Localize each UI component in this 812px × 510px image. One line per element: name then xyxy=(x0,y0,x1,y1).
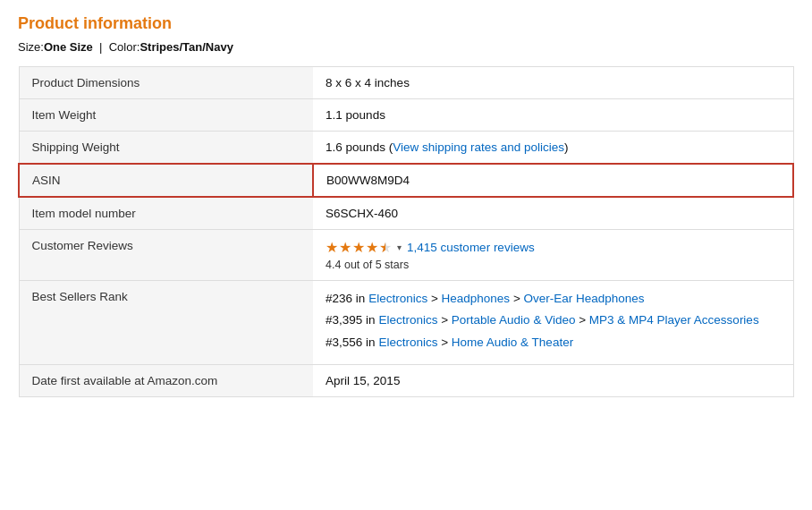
shipping-link[interactable]: View shipping rates and policies xyxy=(393,140,564,154)
table-row-item-model-number: Item model numberS6SCHX-460 xyxy=(19,197,793,230)
customer-reviews-link[interactable]: 1,415 customer reviews xyxy=(407,241,535,254)
table-row-item-weight: Item Weight1.1 pounds xyxy=(19,99,793,132)
bsr-link[interactable]: Electronics xyxy=(368,292,427,305)
separator: | xyxy=(99,40,102,54)
rating-subtext: 4.4 out of 5 stars xyxy=(326,259,780,271)
color-label: Color: xyxy=(109,40,140,54)
product-info-title: Product information xyxy=(18,14,794,33)
value-shipping-weight: 1.6 pounds (View shipping rates and poli… xyxy=(313,132,793,165)
label-asin: ASIN xyxy=(19,164,313,197)
bsr-link[interactable]: Over-Ear Headphones xyxy=(524,292,645,305)
size-label: Size: xyxy=(18,40,44,54)
table-row-best-sellers-rank: Best Sellers Rank#236 in Electronics > H… xyxy=(19,281,793,365)
value-product-dimensions: 8 x 6 x 4 inches xyxy=(313,67,793,99)
label-best-sellers-rank: Best Sellers Rank xyxy=(19,281,313,365)
bsr-link[interactable]: Headphones xyxy=(442,292,511,305)
label-date-first-available: Date first available at Amazon.com xyxy=(19,364,313,396)
bsr-link[interactable]: Electronics xyxy=(378,336,437,349)
label-item-weight: Item Weight xyxy=(19,99,313,132)
size-color-line: Size:One Size | Color:Stripes/Tan/Navy xyxy=(18,40,794,54)
label-item-model-number: Item model number xyxy=(19,197,313,230)
label-shipping-weight: Shipping Weight xyxy=(19,132,313,165)
value-customer-reviews: ★★★★★★▾1,415 customer reviews4.4 out of … xyxy=(313,230,793,281)
bsr-line-1: #3,395 in Electronics > Portable Audio &… xyxy=(326,311,780,329)
bsr-line-0: #236 in Electronics > Headphones > Over-… xyxy=(326,290,780,308)
value-item-weight: 1.1 pounds xyxy=(313,99,793,132)
rating-block: ★★★★★★▾1,415 customer reviews xyxy=(326,239,780,256)
bsr-link[interactable]: Portable Audio & Video xyxy=(452,313,576,327)
value-best-sellers-rank: #236 in Electronics > Headphones > Over-… xyxy=(313,281,793,365)
table-row-asin: ASINB00WW8M9D4 xyxy=(19,164,793,197)
rating-dropdown-arrow[interactable]: ▾ xyxy=(397,242,402,252)
bsr-link[interactable]: Electronics xyxy=(378,313,437,327)
bsr-link[interactable]: Home Audio & Theater xyxy=(452,336,573,349)
product-info-table: Product Dimensions8 x 6 x 4 inchesItem W… xyxy=(18,66,794,397)
table-row-shipping-weight: Shipping Weight1.6 pounds (View shipping… xyxy=(19,132,793,165)
table-row-date-first-available: Date first available at Amazon.comApril … xyxy=(19,364,793,396)
label-customer-reviews: Customer Reviews xyxy=(19,230,313,281)
value-asin: B00WW8M9D4 xyxy=(313,164,793,197)
size-value: One Size xyxy=(44,40,93,54)
table-row-customer-reviews: Customer Reviews★★★★★★▾1,415 customer re… xyxy=(19,230,793,281)
bsr-line-2: #3,556 in Electronics > Home Audio & The… xyxy=(326,334,780,352)
value-date-first-available: April 15, 2015 xyxy=(313,364,793,396)
table-row-product-dimensions: Product Dimensions8 x 6 x 4 inches xyxy=(19,67,793,99)
value-item-model-number: S6SCHX-460 xyxy=(313,197,793,230)
label-product-dimensions: Product Dimensions xyxy=(19,67,313,99)
stars: ★★★★★★ xyxy=(326,239,392,256)
color-value: Stripes/Tan/Navy xyxy=(140,40,233,54)
bsr-link[interactable]: MP3 & MP4 Player Accessories xyxy=(589,313,759,327)
